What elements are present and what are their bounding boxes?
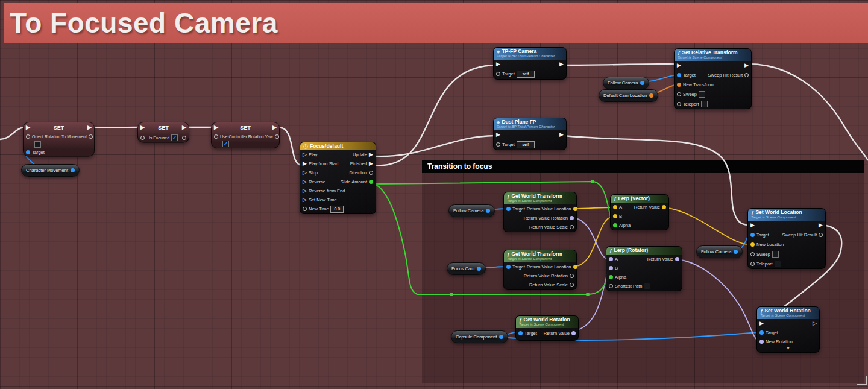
target-pin[interactable]	[760, 330, 764, 335]
exec-out-pin[interactable]: ▶	[819, 223, 823, 228]
sweep-checkbox[interactable]	[699, 91, 705, 98]
alpha-pin[interactable]	[609, 275, 613, 279]
bool-checkbox[interactable]: ✓	[222, 141, 229, 147]
exec-out-pin[interactable]: ▶	[87, 125, 92, 130]
return-value-pin[interactable]	[571, 331, 576, 335]
exec-in-pin[interactable]: ▶	[760, 321, 764, 326]
node-get-world-rotation[interactable]: ƒGet World Rotation Target is Scene Comp…	[515, 315, 579, 341]
return-value-pin[interactable]	[675, 257, 679, 261]
teleport-checkbox[interactable]	[701, 101, 708, 107]
new-rotation-pin[interactable]	[760, 340, 764, 344]
exec-out-pin[interactable]: ▷	[813, 321, 817, 326]
exec-update-pin[interactable]: ▶	[369, 152, 373, 157]
shortest-path-pin[interactable]	[609, 284, 613, 288]
transform-out-pin[interactable]	[649, 93, 653, 98]
bool-out-pin[interactable]	[89, 134, 93, 139]
exec-in-pin[interactable]: ▶	[750, 223, 755, 228]
comment-transition-to-focus[interactable]: Transition to focus	[422, 160, 864, 173]
b-pin[interactable]	[613, 214, 617, 218]
sweep-pin[interactable]	[750, 252, 755, 256]
node-get-world-transform-2[interactable]: ƒGet World Transform Target is Scene Com…	[503, 250, 577, 290]
exec-out-pin[interactable]: ▶	[559, 132, 564, 138]
return-value-pin[interactable]	[662, 205, 666, 209]
node-lerp-rotator[interactable]: ƒLerp (Rotator) A Return Value B Alpha S…	[606, 246, 682, 291]
sweep-pin[interactable]	[677, 92, 681, 96]
bool-in-pin[interactable]	[140, 136, 145, 140]
shortest-path-checkbox[interactable]	[644, 283, 650, 289]
expand-advanced-chevron[interactable]: ▾	[757, 346, 819, 352]
new-time-pin[interactable]	[303, 207, 307, 211]
node-lerp-vector[interactable]: ƒLerp (Vector) A Return Value B Alpha	[610, 194, 669, 230]
bool-in-pin[interactable]	[214, 134, 218, 139]
exec-in-pin[interactable]: ▶	[496, 62, 500, 67]
pill-follow-camera-1[interactable]: Follow Camera	[603, 77, 649, 89]
pill-character-movement[interactable]: Character Movement	[21, 164, 80, 177]
exec-out-pin[interactable]: ▶	[182, 125, 186, 130]
teleport-pin[interactable]	[750, 262, 755, 266]
exec-finished-pin[interactable]: ▶	[369, 161, 373, 166]
exec-in-pin[interactable]: ▶	[496, 132, 500, 138]
object-out-pin[interactable]	[71, 168, 75, 172]
exec-out-pin[interactable]: ▶	[272, 125, 277, 130]
bool-out-pin[interactable]	[275, 134, 279, 139]
new-transform-pin[interactable]	[677, 83, 681, 87]
bool-checkbox[interactable]: ✓	[171, 134, 178, 141]
pill-focus-cam[interactable]: Focus Cam	[447, 262, 486, 275]
teleport-pin[interactable]	[677, 102, 681, 106]
exec-out-pin[interactable]: ▶	[559, 62, 564, 67]
node-dust-plane-fp[interactable]: ◆Dust Plane FP Target is BP Third Person…	[493, 118, 567, 150]
node-timeline-focus-default[interactable]: Focus/default ▷Play Update▶ ▶Play from S…	[300, 142, 376, 214]
pill-capsule-component[interactable]: Capsule Component	[451, 330, 508, 343]
rv-scale-pin[interactable]	[570, 225, 574, 229]
exec-set-new-time-pin[interactable]: ▷	[303, 197, 307, 203]
node-set-is-focused[interactable]: ▶ SET ▶ Is Focused ✓	[137, 122, 189, 143]
exec-play-pin[interactable]: ▷	[303, 152, 307, 157]
new-location-pin[interactable]	[750, 242, 755, 247]
exec-in-pin[interactable]: ▶	[26, 125, 30, 130]
rv-location-pin[interactable]	[573, 265, 577, 269]
direction-pin[interactable]	[369, 171, 373, 175]
object-out-pin[interactable]	[499, 335, 503, 339]
bool-out-pin[interactable]	[182, 136, 186, 140]
exec-out-pin[interactable]: ▶	[744, 63, 749, 68]
target-pin[interactable]	[496, 72, 500, 76]
node-set-orient-rotation[interactable]: ▶ SET ▶ Orient Rotation To Movement Targ…	[23, 122, 95, 157]
node-set-use-controller-yaw[interactable]: ▶ SET ▶ Use Controller Rotation Yaw ✓	[211, 122, 280, 148]
bool-checkbox[interactable]	[34, 141, 41, 148]
rv-scale-pin[interactable]	[570, 283, 574, 287]
node-get-world-transform-1[interactable]: ƒGet World Transform Target is Scene Com…	[503, 192, 577, 232]
rv-location-pin[interactable]	[573, 207, 577, 211]
b-pin[interactable]	[609, 266, 613, 270]
bool-in-pin[interactable]	[26, 134, 30, 139]
exec-stop-pin[interactable]: ▷	[303, 170, 307, 176]
exec-reverse-pin[interactable]: ▷	[303, 179, 307, 185]
exec-in-pin[interactable]: ▶	[677, 63, 681, 68]
target-value[interactable]: self	[517, 141, 535, 148]
exec-reverse-from-end-pin[interactable]: ▷	[303, 188, 307, 194]
node-set-world-rotation[interactable]: ƒSet World Rotation Target is Scene Comp…	[756, 306, 820, 353]
object-out-pin[interactable]	[486, 209, 490, 213]
alpha-pin[interactable]	[613, 223, 617, 227]
rv-rotation-pin[interactable]	[570, 216, 574, 220]
exec-in-pin[interactable]: ▶	[140, 125, 145, 130]
a-pin[interactable]	[609, 257, 613, 261]
object-out-pin[interactable]	[640, 81, 644, 85]
target-pin[interactable]	[518, 331, 523, 335]
object-out-pin[interactable]	[734, 250, 738, 254]
target-pin[interactable]	[496, 142, 500, 147]
new-time-value[interactable]: 0.0	[330, 206, 344, 213]
node-tpfp-camera[interactable]: ◆TP-FP Camera Target is BP Third Person …	[493, 47, 567, 80]
sweep-checkbox[interactable]	[772, 251, 779, 258]
target-pin[interactable]	[26, 150, 30, 154]
target-pin[interactable]	[750, 233, 755, 237]
pill-default-cam-location[interactable]: Default Cam Location	[599, 89, 658, 102]
pill-follow-camera-2[interactable]: Follow Camera	[448, 204, 495, 217]
target-pin[interactable]	[677, 73, 681, 77]
slide-amount-pin[interactable]	[369, 180, 373, 184]
teleport-checkbox[interactable]	[775, 261, 781, 267]
sweep-hit-result-pin[interactable]	[744, 73, 749, 77]
sweep-hit-result-pin[interactable]	[819, 233, 823, 237]
pill-follow-camera-3[interactable]: Follow Camera	[696, 245, 743, 258]
node-set-relative-transform[interactable]: ƒSet Relative Transform Target is Scene …	[674, 48, 752, 109]
target-pin[interactable]	[506, 207, 511, 211]
